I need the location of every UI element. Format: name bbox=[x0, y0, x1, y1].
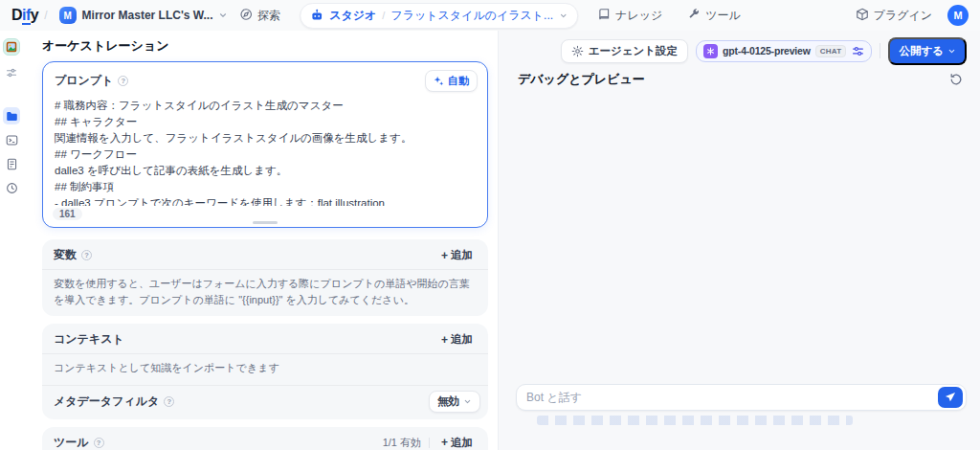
context-card: コンテキスト + 追加 コンテキストとして知識をインポートできます メタデータフ… bbox=[42, 324, 488, 419]
breadcrumb-separator: / bbox=[44, 9, 47, 22]
user-avatar[interactable]: M bbox=[947, 5, 969, 26]
app-icon[interactable] bbox=[3, 38, 20, 56]
header-left: Dify / M Mirror Master LLC's W... bbox=[11, 4, 234, 27]
explore-icon bbox=[239, 8, 253, 24]
picture-icon bbox=[6, 41, 17, 53]
plugin-box-icon bbox=[856, 8, 869, 24]
divider bbox=[880, 43, 880, 58]
publish-label: 公開する bbox=[899, 44, 944, 58]
nav-studio[interactable]: スタジオ / フラットスタイルのイラスト... bbox=[300, 3, 578, 29]
workspace-avatar: M bbox=[59, 7, 77, 24]
add-label: 追加 bbox=[451, 332, 473, 347]
add-tool-button[interactable]: + 追加 bbox=[437, 434, 477, 450]
prompt-card-header: プロンプト ? 自動 bbox=[43, 62, 487, 94]
context-title: コンテキスト bbox=[54, 331, 124, 348]
chevron-down-icon bbox=[218, 11, 228, 20]
chevron-down-icon bbox=[947, 47, 956, 56]
sparkle-icon bbox=[434, 76, 444, 86]
variables-card: 変数 ? + 追加 変数を使用すると、ユーザーはフォームに入力する際にプロンプト… bbox=[42, 239, 488, 316]
model-name: gpt-4-0125-preview bbox=[723, 45, 811, 56]
dify-logo[interactable]: Dify bbox=[11, 7, 38, 24]
publish-button[interactable]: 公開する bbox=[888, 37, 967, 65]
openai-icon bbox=[703, 44, 718, 58]
auto-generate-button[interactable]: 自動 bbox=[425, 70, 478, 92]
model-params-icon[interactable] bbox=[852, 45, 864, 57]
model-selector[interactable]: gpt-4-0125-preview CHAT bbox=[696, 40, 872, 62]
plus-icon: + bbox=[441, 333, 448, 347]
help-icon: ? bbox=[94, 438, 104, 448]
debug-controls-row: エージェント設定 gpt-4-0125-preview CHAT 公開する bbox=[516, 31, 967, 67]
model-type-badge: CHAT bbox=[815, 45, 847, 57]
main-area: オーケストレーション プロンプト ? 自動 # 職務内容：フラットスタイルの bbox=[0, 31, 980, 450]
workspace-name: Mirror Master LLC's W... bbox=[82, 9, 213, 22]
add-context-button[interactable]: + 追加 bbox=[437, 330, 477, 349]
orchestration-panel: オーケストレーション プロンプト ? 自動 # 職務内容：フラットスタイルの bbox=[23, 31, 498, 450]
app-sidebar bbox=[0, 31, 23, 450]
nav-label: プラグイン bbox=[874, 8, 932, 24]
chat-preview-area bbox=[516, 90, 967, 384]
tools-enabled-count: 1/1 有効 bbox=[383, 436, 421, 450]
nav-knowledge[interactable]: ナレッジ bbox=[591, 4, 668, 28]
debug-panel: エージェント設定 gpt-4-0125-preview CHAT 公開する bbox=[498, 31, 980, 450]
current-app-name: フラットスタイルのイラスト... bbox=[390, 8, 553, 24]
header-right: プラグイン M bbox=[850, 4, 969, 28]
dify-app: Dify / M Mirror Master LLC's W... 探索 スタジ… bbox=[0, 0, 980, 450]
metadata-filter-title: メタデータフィルタ bbox=[54, 394, 159, 410]
chevron-down-icon bbox=[559, 11, 568, 20]
studio-separator: / bbox=[382, 10, 385, 21]
chat-input[interactable] bbox=[526, 391, 938, 404]
restart-conversation-icon[interactable] bbox=[947, 71, 965, 88]
studio-label: スタジオ bbox=[329, 8, 376, 24]
main-nav: 探索 スタジオ / フラットスタイルのイラスト... ナレッジ ツール bbox=[234, 0, 746, 31]
agent-settings-button[interactable]: エージェント設定 bbox=[561, 39, 688, 63]
variables-description: 変数を使用すると、ユーザーはフォームに入力する際にプロンプトの単語や開始の言葉を… bbox=[42, 269, 488, 316]
workspace-selector[interactable]: M Mirror Master LLC's W... bbox=[54, 4, 234, 27]
app-settings-icon[interactable] bbox=[3, 64, 20, 81]
agent-settings-label: エージェント設定 bbox=[589, 44, 678, 58]
sidebar-item-orchestrate[interactable] bbox=[3, 107, 20, 124]
variables-title: 変数 bbox=[54, 247, 77, 263]
nav-label: ツール bbox=[705, 8, 741, 24]
debug-header: デバッグとプレビュー bbox=[516, 67, 967, 90]
plugins-button[interactable]: プラグイン bbox=[850, 4, 938, 28]
prompt-card: プロンプト ? 自動 # 職務内容：フラットスタイルのイラスト生成のマスター #… bbox=[42, 61, 488, 228]
chat-input-bar bbox=[516, 384, 967, 411]
sidebar-nav-group bbox=[3, 107, 20, 196]
tools-icon bbox=[687, 8, 701, 24]
auto-label: 自動 bbox=[448, 74, 469, 88]
add-variable-button[interactable]: + 追加 bbox=[437, 246, 477, 264]
prompt-title: プロンプト bbox=[55, 73, 113, 89]
help-icon: ? bbox=[81, 250, 92, 260]
nav-tools[interactable]: ツール bbox=[681, 4, 746, 28]
top-header: Dify / M Mirror Master LLC's W... 探索 スタジ… bbox=[0, 0, 980, 31]
metadata-filter-select[interactable]: 無効 bbox=[429, 391, 480, 413]
sidebar-item-api-access[interactable] bbox=[3, 131, 20, 148]
tools-title: ツール bbox=[54, 435, 89, 450]
divider bbox=[429, 438, 430, 448]
add-label: 追加 bbox=[451, 436, 473, 450]
sidebar-item-monitoring[interactable] bbox=[3, 179, 20, 196]
plus-icon: + bbox=[441, 249, 448, 262]
add-label: 追加 bbox=[451, 248, 473, 262]
char-count-badge: 161 bbox=[53, 208, 82, 220]
plus-icon: + bbox=[441, 436, 448, 449]
tools-card: ツール ? 1/1 有効 + 追加 bbox=[42, 427, 488, 450]
resize-handle[interactable] bbox=[253, 221, 278, 224]
sidebar-item-logs-annotations[interactable] bbox=[3, 155, 20, 172]
page-title: オーケストレーション bbox=[42, 31, 488, 61]
logo-part: D bbox=[11, 7, 22, 23]
nav-label: 探索 bbox=[257, 8, 280, 24]
help-icon: ? bbox=[164, 396, 174, 407]
clipped-footer-content bbox=[537, 416, 853, 425]
logo-part: y bbox=[31, 7, 38, 23]
knowledge-icon bbox=[597, 8, 611, 24]
prompt-editor[interactable]: # 職務内容：フラットスタイルのイラスト生成のマスター ## キャラクター 関連… bbox=[43, 94, 487, 206]
send-button[interactable] bbox=[938, 387, 963, 408]
context-description: コンテキストとして知識をインポートできます bbox=[42, 353, 488, 385]
paper-plane-icon bbox=[945, 392, 956, 403]
debug-title: デバッグとプレビュー bbox=[518, 71, 645, 88]
help-icon: ? bbox=[118, 76, 128, 86]
nav-explore[interactable]: 探索 bbox=[234, 4, 286, 28]
metadata-filter-value: 無効 bbox=[437, 394, 459, 409]
logo-part: if bbox=[22, 7, 31, 25]
